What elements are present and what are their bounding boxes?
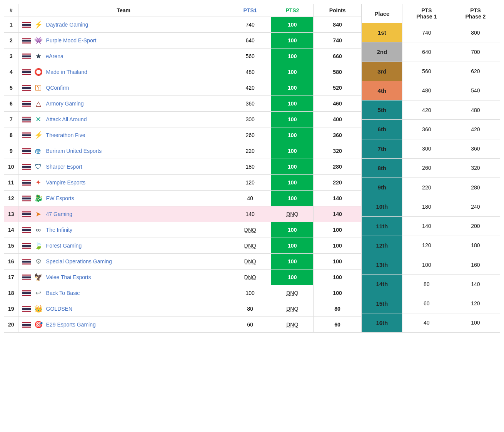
rank-cell: 16 [4,254,18,270]
right-table-row: 14th80140 [362,275,500,294]
svg-rect-53 [22,292,31,294]
right-table-row: 7th300360 [362,139,500,158]
svg-rect-38 [22,213,31,215]
pts2-cell: 100 [271,127,314,143]
right-pts2-cell: 140 [451,275,500,294]
place-cell: 8th [362,158,402,177]
points-cell: 360 [314,127,362,143]
points-cell: 140 [314,191,362,206]
pts1-cell: 40 [229,191,271,206]
team-name: Made in Thailand [46,69,87,75]
team-logo-icon: 🏟 [33,146,44,156]
rank-cell: 9 [4,143,18,159]
main-container: # Team PTS1 PTS2 Points 1 ⚡ Daytrade Gam… [4,4,500,333]
right-pts1-cell: 140 [402,216,451,236]
team-logo-icon: ➤ [33,209,44,219]
svg-rect-17 [22,103,31,105]
pts2-cell: 100 [271,96,314,112]
pts2-cell: 100 [271,270,314,285]
right-pts1-cell: 360 [402,120,451,139]
flag-icon [22,132,31,139]
rank-cell: 11 [4,175,18,191]
flag-icon [22,227,31,233]
table-row: 18 ↩ Back To Basic 100DNQ100 [4,285,362,301]
team-cell: ✕ Attack All Around [18,112,229,127]
pts2-cell: 100 [271,49,314,64]
right-pts1-cell: 120 [402,236,451,255]
rank-cell: 10 [4,159,18,175]
right-table-row: 12th120180 [362,236,500,255]
table-row: 13 ➤ 47 Gaming 140DNQ140 [4,206,362,222]
pts2-cell: 100 [271,159,314,175]
right-pts1-cell: 740 [402,23,451,42]
flag-icon [22,85,31,91]
place-cell: 12th [362,236,402,255]
team-cell: ⚡ Daytrade Gaming [18,17,229,33]
team-logo-icon: ⚿ [33,82,44,93]
team-cell: 🛡 Sharper Esport [18,159,229,175]
team-name: Sharper Esport [46,164,82,170]
rank-cell: 15 [4,238,18,254]
pts2-cell: DNQ [271,206,314,222]
right-pts1-cell: 80 [402,275,451,294]
right-pts2-cell: 180 [451,236,500,255]
right-summary-table: Place PTSPhase 1 PTSPhase 2 1st7408002nd… [362,4,500,333]
team-logo-icon: 👾 [33,35,44,46]
main-rankings-table: # Team PTS1 PTS2 Points 1 ⚡ Daytrade Gam… [4,4,362,333]
pts1-cell: 220 [229,143,271,159]
points-cell: 100 [314,238,362,254]
table-row: 12 🐉 FW Esports 40100140 [4,191,362,206]
team-cell: 🎯 E29 Esports Gaming [18,317,229,333]
right-table-row: 3rd560620 [362,62,500,81]
points-cell: 840 [314,17,362,33]
right-table-row: 4th480540 [362,81,500,100]
pts1-cell: 640 [229,33,271,49]
right-table-row: 8th260320 [362,158,500,177]
team-name: E29 Esports Gaming [46,321,96,328]
table-row: 5 ⚿ QConfirm 420100520 [4,80,362,96]
table-row: 16 ⚙ Special Operations Gaming DNQ100100 [4,254,362,270]
rank-cell: 7 [4,112,18,127]
flag-icon [22,53,31,60]
points-cell: 140 [314,206,362,222]
rank-cell: 8 [4,127,18,143]
points-cell: 660 [314,49,362,64]
team-name: 47 Gaming [46,211,72,217]
team-name: Buriram United Esports [46,148,102,154]
right-pts2-cell: 320 [451,158,500,177]
points-cell: 520 [314,80,362,96]
right-pts2-cell: 620 [451,62,500,81]
rank-cell: 12 [4,191,18,206]
points-cell: 400 [314,112,362,127]
right-pts2-cell: 800 [451,23,500,42]
team-name: Attack All Around [46,116,87,122]
pts2-cell: 100 [271,175,314,191]
place-cell: 13th [362,255,402,275]
right-pts1-cell: 260 [402,158,451,177]
pts1-cell: 360 [229,96,271,112]
right-pts1-cell: 560 [402,62,451,81]
table-row: 10 🛡 Sharper Esport 180100280 [4,159,362,175]
pts1-cell: 260 [229,127,271,143]
team-name: QConfirm [46,85,69,91]
place-cell: 5th [362,100,402,120]
flag-icon [22,148,31,154]
pts2-cell: 100 [271,112,314,127]
right-table-row: 11th140200 [362,216,500,236]
table-row: 19 👑 GOLDSEN 80DNQ80 [4,301,362,317]
svg-rect-50 [22,276,31,278]
points-cell: 100 [314,285,362,301]
table-row: 3 ★ eArena 560100660 [4,49,362,64]
flag-icon [22,179,31,186]
flag-icon [22,258,31,265]
pts1-cell: 480 [229,64,271,80]
place-cell: 10th [362,197,402,216]
team-cell: 🦅 Valee Thai Esports [18,270,229,285]
right-pts2-cell: 120 [451,294,500,313]
svg-rect-29 [22,166,31,168]
right-pts2-cell: 360 [451,139,500,158]
team-name: Valee Thai Esports [46,274,91,280]
rank-cell: 20 [4,317,18,333]
pts2-cell: DNQ [271,285,314,301]
team-cell: 🏟 Buriram United Esports [18,143,229,159]
